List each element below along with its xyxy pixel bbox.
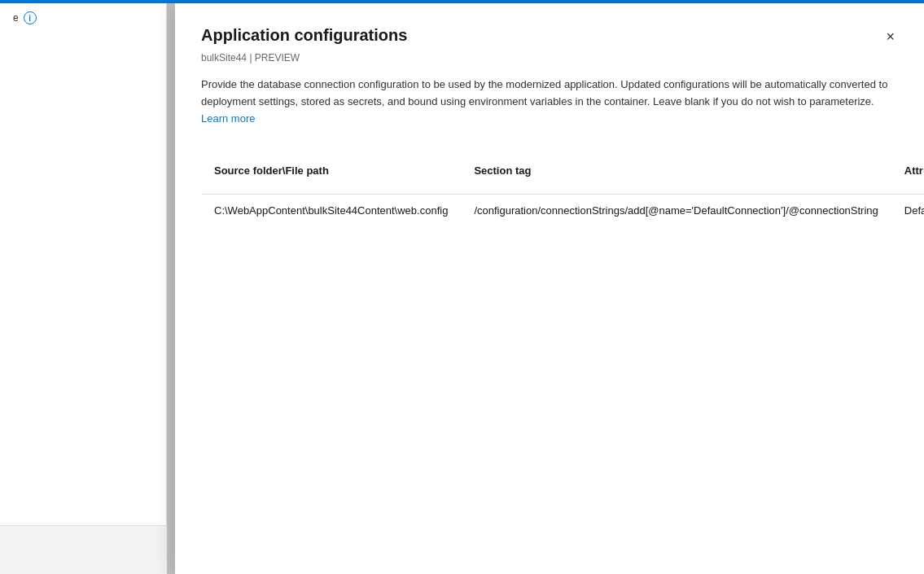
- table-row: C:\WebAppContent\bulkSite44Content\web.c…: [201, 195, 924, 258]
- subtitle-site: bulkSite44: [201, 52, 247, 64]
- sidebar: e i: [0, 3, 167, 574]
- dialog-header: Application configurations ×: [201, 26, 898, 47]
- cell-section: /configuration/connectionStrings/add[@na…: [461, 195, 891, 258]
- dialog-subtitle: bulkSite44 | PREVIEW: [201, 52, 898, 64]
- cell-attribute: DefaultConnection: [891, 195, 924, 258]
- dialog-description: Provide the database connection configur…: [201, 77, 898, 127]
- col-header-attribute: Attribute name: [891, 147, 924, 195]
- learn-more-link[interactable]: Learn more: [201, 112, 255, 125]
- config-table: Source folder\File path Section tag Attr…: [201, 147, 924, 257]
- sidebar-bottom: [0, 525, 167, 574]
- dialog-title: Application configurations: [201, 26, 407, 45]
- sidebar-item: e i: [0, 3, 166, 33]
- close-button[interactable]: ×: [882, 26, 898, 47]
- info-icon[interactable]: i: [24, 11, 37, 24]
- col-header-section: Section tag: [461, 147, 891, 195]
- subtitle-separator: |: [247, 52, 255, 64]
- cell-source: C:\WebAppContent\bulkSite44Content\web.c…: [201, 195, 461, 258]
- dialog-overlay: Application configurations × bulkSite44 …: [167, 3, 924, 574]
- sidebar-item-label: e: [13, 12, 19, 24]
- subtitle-preview: PREVIEW: [255, 52, 300, 64]
- application-configurations-dialog: Application configurations × bulkSite44 …: [175, 3, 924, 574]
- description-text: Provide the database connection configur…: [201, 78, 887, 107]
- col-header-source: Source folder\File path: [201, 147, 461, 195]
